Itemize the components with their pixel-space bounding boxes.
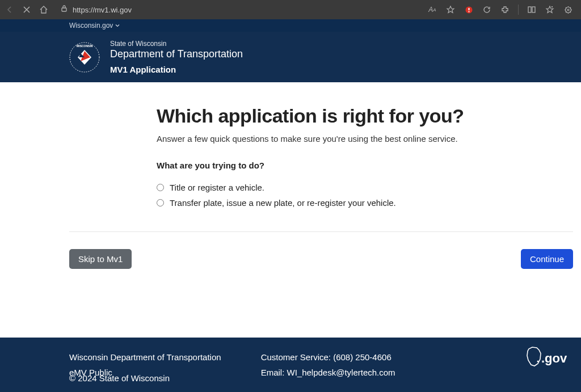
site-header: WISCONSIN State of Wisconsin Department … [0, 32, 581, 82]
shield-icon[interactable] [464, 5, 474, 15]
continue-button[interactable]: Continue [521, 249, 573, 269]
settings-icon[interactable] [563, 5, 573, 15]
favorites-bar-icon[interactable] [545, 5, 555, 15]
svg-point-13 [537, 361, 539, 363]
page-title: Which application is right for you? [157, 105, 512, 127]
svg-rect-0 [62, 8, 66, 11]
footer-org: Wisconsin Department of Transportation [69, 352, 221, 362]
address-bar[interactable]: https://mv1.wi.gov [60, 5, 420, 15]
header-app-name: MV1 Application [110, 65, 243, 74]
svg-rect-2 [468, 8, 469, 10]
header-department: Department of Transportation [110, 48, 243, 60]
url-text: https://mv1.wi.gov [73, 6, 132, 14]
skip-button[interactable]: Skip to Mv1 [69, 249, 132, 269]
svg-rect-5 [532, 7, 535, 12]
option-title-register[interactable]: Title or register a vehicle. [157, 183, 512, 192]
footer-copyright: © 2024 State of Wisconsin [69, 373, 170, 383]
toolbar-divider [518, 5, 519, 15]
main-content: Which application is right for you? Answ… [0, 82, 581, 208]
radio-title-register[interactable] [157, 184, 164, 191]
radio-transfer-plate[interactable] [157, 199, 164, 206]
footer-col-right: Customer Service: (608) 250-4606 Email: … [261, 352, 395, 383]
svg-point-7 [567, 9, 569, 11]
wisconsin-gov-logo: .gov [524, 345, 571, 372]
option-label[interactable]: Transfer plate, issue a new plate, or re… [170, 198, 396, 208]
option-label[interactable]: Title or register a vehicle. [170, 183, 264, 192]
gov-bar-label: Wisconsin.gov [69, 22, 113, 29]
text-size-icon[interactable]: AA [427, 5, 437, 15]
footer: Wisconsin Department of Transportation e… [0, 338, 581, 392]
home-icon[interactable] [39, 5, 49, 15]
favorite-icon[interactable] [445, 5, 456, 15]
browser-toolbar: https://mv1.wi.gov AA [0, 0, 581, 19]
header-state-label: State of Wisconsin [110, 40, 243, 48]
gov-bar: Wisconsin.gov [0, 19, 581, 32]
lock-icon [60, 5, 68, 15]
button-row: Skip to Mv1 Continue [0, 232, 581, 269]
option-transfer-plate[interactable]: Transfer plate, issue a new plate, or re… [157, 198, 512, 208]
svg-rect-3 [468, 11, 469, 12]
options-group: Title or register a vehicle. Transfer pl… [157, 183, 512, 208]
wisconsin-dot-logo: WISCONSIN [69, 42, 100, 73]
close-icon[interactable] [22, 5, 32, 15]
page-subtitle: Answer a few quick questions to make sur… [157, 134, 512, 144]
chevron-down-icon [115, 23, 120, 28]
collections-icon[interactable] [527, 5, 537, 15]
svg-text:WISCONSIN: WISCONSIN [77, 44, 93, 48]
back-icon[interactable] [5, 5, 15, 15]
toolbar-right: AA [427, 5, 573, 15]
svg-text:.gov: .gov [541, 351, 567, 365]
question-label: What are you trying to do? [157, 161, 512, 170]
svg-rect-4 [528, 7, 531, 12]
footer-email: Email: WI_helpdesk@tylertech.com [261, 368, 395, 377]
refresh-icon[interactable] [482, 5, 492, 15]
gov-bar-dropdown[interactable]: Wisconsin.gov [69, 22, 120, 29]
footer-customer-service: Customer Service: (608) 250-4606 [261, 352, 395, 362]
header-text: State of Wisconsin Department of Transpo… [110, 40, 243, 74]
extensions-icon[interactable] [500, 5, 510, 15]
